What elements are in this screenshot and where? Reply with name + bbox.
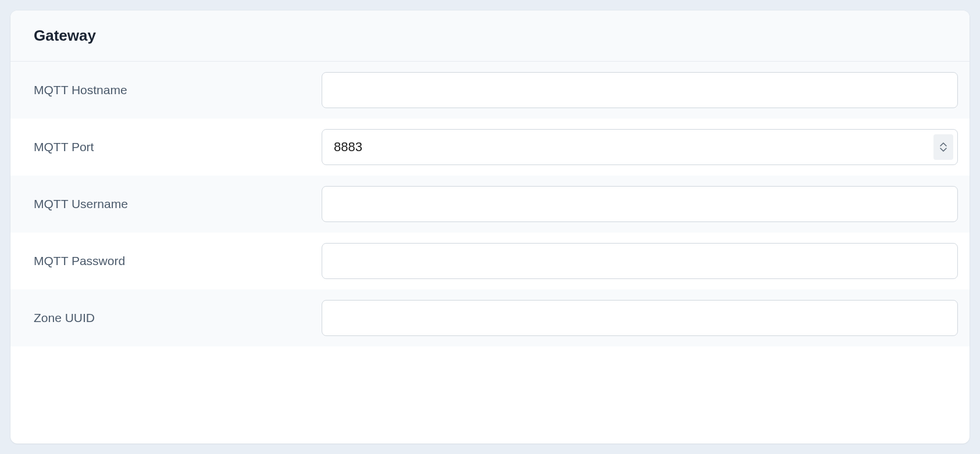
field-mqtt-port xyxy=(322,129,958,165)
row-mqtt-port: MQTT Port xyxy=(10,119,970,176)
input-mqtt-hostname[interactable] xyxy=(322,72,958,108)
label-mqtt-password: MQTT Password xyxy=(22,254,322,268)
field-mqtt-hostname xyxy=(322,72,958,108)
card-title: Gateway xyxy=(34,27,946,45)
label-mqtt-username: MQTT Username xyxy=(22,197,322,211)
row-mqtt-hostname: MQTT Hostname xyxy=(10,62,970,119)
input-mqtt-password[interactable] xyxy=(322,243,958,279)
row-zone-uuid: Zone UUID xyxy=(10,289,970,346)
label-zone-uuid: Zone UUID xyxy=(22,311,322,325)
field-mqtt-username xyxy=(322,186,958,222)
form-body: MQTT Hostname MQTT Port MQTT Username MQ xyxy=(10,62,970,346)
field-zone-uuid xyxy=(322,300,958,336)
chevron-up-icon xyxy=(939,142,947,147)
field-mqtt-password xyxy=(322,243,958,279)
label-mqtt-port: MQTT Port xyxy=(22,140,322,154)
input-mqtt-port[interactable] xyxy=(322,129,958,165)
input-zone-uuid[interactable] xyxy=(322,300,958,336)
chevron-down-icon xyxy=(939,147,947,152)
row-mqtt-password: MQTT Password xyxy=(10,233,970,289)
port-stepper[interactable] xyxy=(933,134,953,160)
card-header: Gateway xyxy=(10,10,970,62)
row-mqtt-username: MQTT Username xyxy=(10,176,970,233)
gateway-card: Gateway MQTT Hostname MQTT Port MQTT Use… xyxy=(10,10,970,444)
label-mqtt-hostname: MQTT Hostname xyxy=(22,83,322,97)
input-mqtt-username[interactable] xyxy=(322,186,958,222)
